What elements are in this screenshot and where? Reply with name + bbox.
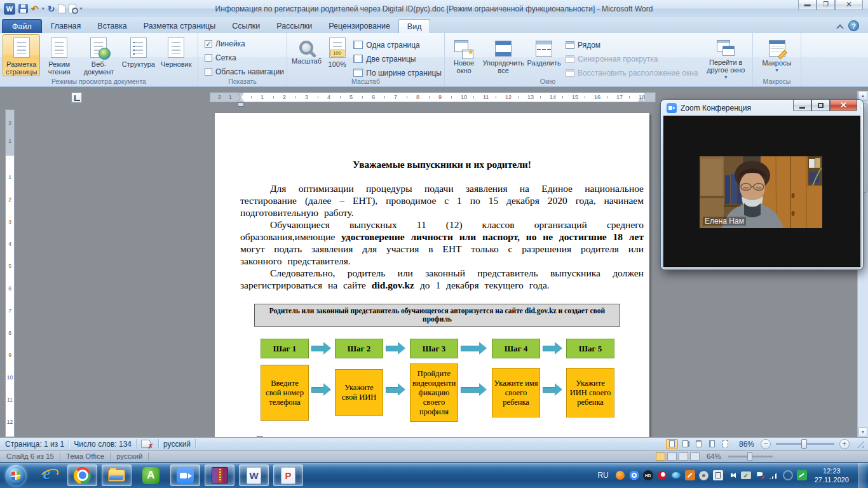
checked-checkbox-icon[interactable]: ✓ — [205, 40, 212, 48]
zoom-level[interactable]: 86% — [739, 440, 754, 449]
document-page[interactable]: Уважаемые выпускники и их родители! Для … — [215, 113, 649, 437]
zoom-100-button[interactable]: 100% — [323, 34, 351, 76]
undo-icon[interactable]: ↶ — [31, 4, 39, 13]
tab-selector[interactable] — [71, 92, 82, 103]
left-indent-marker[interactable] — [238, 102, 244, 107]
action-center-flag-icon[interactable] — [755, 470, 765, 480]
ppt-zoom-level[interactable]: 64% — [707, 452, 721, 460]
zoom-slider-thumb[interactable] — [801, 439, 807, 449]
taskbar-microsoft-word[interactable] — [239, 464, 269, 486]
show-option-Линейка[interactable]: ✓Линейка — [205, 37, 287, 50]
taskbar-windows-explorer[interactable] — [102, 464, 132, 486]
pen-tool-icon[interactable] — [685, 470, 695, 480]
show-option-Область навигации[interactable]: Область навигации — [205, 65, 287, 78]
tab-Разметка страницы[interactable]: Разметка страницы — [135, 19, 224, 33]
resize-grip[interactable] — [856, 440, 864, 448]
hanging-indent-marker[interactable] — [238, 98, 243, 102]
macros-button[interactable]: Макросы ▾ — [758, 34, 796, 76]
ppt-zoom-slider[interactable] — [728, 456, 773, 458]
qat-customize-icon[interactable]: ▾ — [79, 6, 82, 11]
taskbar-start-menu[interactable] — [3, 464, 29, 486]
tab-Вставка[interactable]: Вставка — [89, 19, 135, 33]
card-check-icon[interactable] — [741, 471, 751, 479]
unchecked-checkbox-icon[interactable] — [205, 68, 212, 76]
page-indicator[interactable]: Страница: 1 из 1 — [5, 440, 64, 449]
powerpoint-statusbar[interactable]: Слайд 6 из 15 Тема Office русский 64% — [0, 450, 868, 462]
word-count[interactable]: Число слов: 134 — [74, 440, 132, 449]
outline-button[interactable]: Структура — [119, 34, 157, 76]
blue-lens-icon[interactable] — [671, 470, 681, 480]
volume-icon[interactable] — [727, 470, 737, 480]
zoom-close-button[interactable]: ✕ — [830, 100, 857, 111]
unchecked-checkbox-icon[interactable] — [205, 54, 212, 62]
close-button[interactable]: ✕ — [835, 0, 863, 10]
taskbar-winrar[interactable] — [205, 464, 234, 486]
word-app-icon[interactable]: W — [4, 3, 15, 15]
zoom-tray-icon[interactable] — [629, 470, 639, 480]
first-line-indent-marker[interactable] — [238, 93, 243, 97]
title-bar[interactable]: W ↶ ▾ ↻ ▾ Информация по регистрации роди… — [0, 0, 868, 17]
web-layout-button[interactable]: Веб-документ — [78, 34, 119, 76]
settings-gear-icon[interactable] — [699, 470, 709, 480]
view-draft-button[interactable] — [719, 439, 731, 449]
ppt-view-icon[interactable] — [656, 452, 665, 461]
taskbar-microsoft-powerpoint[interactable] — [273, 464, 303, 486]
zoom-in-button[interactable]: + — [839, 439, 850, 449]
hd-badge-icon[interactable]: HD — [643, 470, 653, 480]
wireless-icon[interactable] — [783, 470, 793, 480]
show-option-Сетка[interactable]: Сетка — [205, 51, 287, 64]
window-option-Рядом[interactable]: Рядом — [566, 39, 698, 51]
scroll-down-icon[interactable]: ▼ — [858, 427, 867, 437]
view-web-button[interactable] — [693, 439, 705, 449]
zoom-out-button[interactable]: − — [761, 439, 771, 449]
language-indicator[interactable]: русский — [163, 440, 191, 449]
collapse-ribbon-icon[interactable] — [837, 24, 843, 29]
redo-icon[interactable]: ↻ — [48, 4, 55, 13]
save-icon[interactable] — [18, 4, 28, 13]
tab-Рассылки[interactable]: Рассылки — [268, 19, 320, 33]
zoom-window[interactable]: Zoom Конференция ✕ — [661, 100, 863, 269]
view-reading-button[interactable] — [679, 439, 691, 449]
print-layout-button[interactable]: Разметка страницы — [3, 34, 40, 76]
reading-mode-button[interactable]: Режим чтения — [40, 34, 78, 76]
avast-antivirus-icon[interactable] — [615, 470, 625, 480]
spellcheck-icon[interactable] — [141, 440, 151, 448]
ppt-view-icon[interactable] — [667, 452, 677, 461]
maximize-button[interactable]: ❐ — [817, 0, 835, 10]
clock[interactable]: 12:23 27.11.2020 — [815, 466, 849, 484]
minimize-button[interactable]: ▬ — [798, 0, 817, 10]
undo-dropdown-icon[interactable]: ▾ — [42, 6, 44, 11]
zoom-maximize-button[interactable] — [811, 100, 830, 111]
view-outline-button[interactable] — [706, 439, 718, 449]
help-icon[interactable]: ? — [848, 20, 859, 31]
tab-Главная[interactable]: Главная — [43, 19, 90, 33]
zoom-button[interactable]: Масштаб — [290, 34, 323, 76]
draft-button[interactable]: Черновик — [158, 34, 195, 76]
vertical-ruler[interactable]: 21123456789101112 — [5, 109, 15, 437]
zoom-minimize-button[interactable] — [793, 100, 811, 111]
ppt-view-icon[interactable] — [690, 452, 700, 461]
network-signal-icon[interactable] — [769, 470, 779, 480]
split-button[interactable]: Разделить — [526, 34, 562, 76]
red-logo-icon[interactable] — [657, 470, 667, 480]
arrange-all-button[interactable]: Упорядочить все — [480, 34, 526, 76]
tab-Ссылки[interactable]: Ссылки — [224, 19, 268, 33]
language-switcher[interactable]: RU — [597, 471, 608, 480]
taskbar-internet-explorer[interactable] — [33, 464, 63, 486]
tab-Вид[interactable]: Вид — [398, 19, 431, 33]
taskbar-a-launcher[interactable] — [136, 464, 166, 486]
clipboard-plug-icon[interactable] — [713, 470, 723, 480]
ppt-view-icon[interactable] — [679, 452, 688, 461]
new-document-icon[interactable] — [58, 4, 65, 13]
zoom-option-Одна страница[interactable]: Одна страница — [353, 39, 442, 51]
print-preview-icon[interactable] — [69, 4, 76, 13]
show-desktop-button[interactable] — [858, 463, 867, 488]
green-activity-icon[interactable] — [797, 470, 807, 480]
horizontal-ruler[interactable]: 21123456789101112131415161718 — [210, 92, 656, 102]
tab-Файл[interactable]: Файл — [2, 19, 42, 33]
taskbar-zoom-app[interactable] — [170, 464, 200, 486]
taskbar-google-chrome[interactable] — [67, 464, 97, 486]
new-window-button[interactable]: Новое окно — [447, 34, 480, 76]
tab-Рецензирование[interactable]: Рецензирование — [320, 19, 398, 33]
zoom-slider[interactable] — [776, 443, 834, 445]
